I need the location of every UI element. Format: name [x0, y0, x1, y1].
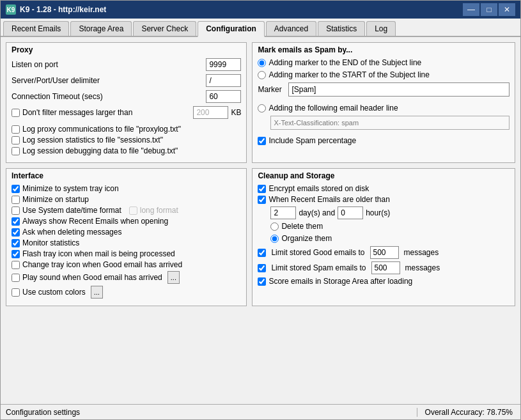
cb5-label: Ask when deleting messages — [22, 228, 121, 237]
cb10-checkbox[interactable] — [12, 288, 20, 297]
log1-label: Log proxy communications to file "proxyl… — [22, 125, 181, 134]
limit-good-checkbox[interactable] — [258, 249, 266, 257]
cb8-checkbox[interactable] — [12, 261, 20, 269]
organize-radio[interactable] — [270, 235, 279, 243]
radio1-input[interactable] — [258, 59, 266, 67]
organize-radio-row: Organize them — [270, 234, 509, 243]
limit-good-input[interactable] — [370, 246, 399, 259]
include-spam-pct-label: Include Spam percentage — [268, 136, 356, 145]
limit-spam-checkbox[interactable] — [258, 264, 266, 272]
title-bar-left: K9 K9 - 1.28 - http://keir.net — [6, 4, 106, 15]
filter-input[interactable] — [193, 106, 228, 119]
header-input[interactable] — [270, 116, 509, 130]
cb4-label: Always show Recent Emails when opening — [22, 217, 168, 226]
radio1-row: Adding marker to the END of the Subject … — [258, 58, 509, 67]
delete-radio[interactable] — [270, 222, 279, 231]
interface-panel: Interface Minimize to system tray icon M… — [6, 168, 247, 306]
radio3-input[interactable] — [258, 104, 266, 113]
hours-label: hour(s) — [366, 208, 390, 217]
cb7-label: Flash tray icon when mail is being proce… — [22, 249, 175, 258]
cb10-label: Use custom colors — [22, 288, 86, 297]
tab-configuration[interactable]: Configuration — [198, 21, 265, 37]
log1-checkbox[interactable] — [12, 125, 20, 134]
cb3-extra-label: long format — [140, 206, 178, 215]
cb2-checkbox[interactable] — [12, 196, 20, 204]
log2-checkbox[interactable] — [12, 136, 20, 144]
recent-older-checkbox[interactable] — [258, 196, 266, 204]
delimiter-input[interactable] — [206, 74, 241, 87]
filter-checkbox[interactable] — [12, 109, 20, 117]
cb3-long-format-checkbox[interactable] — [129, 206, 137, 215]
radio3-label: Adding the following email header line — [268, 104, 398, 113]
proxy-title: Proxy — [6, 43, 246, 56]
cleanup-panel: Cleanup and Storage Encrypt emails store… — [252, 168, 515, 306]
status-left: Configuration settings — [1, 408, 417, 417]
limit-spam-label: Limit stored Spam emails to — [271, 263, 366, 272]
mark-spam-panel: Mark emails as Spam by... Adding marker … — [252, 42, 515, 163]
proxy-panel: Proxy Listen on port Server/Port/User de… — [6, 42, 247, 163]
cb6-checkbox[interactable] — [12, 239, 20, 247]
log3-checkbox[interactable] — [12, 147, 20, 155]
timeout-label: Connection Timeout (secs) — [12, 92, 206, 101]
marker-input[interactable] — [288, 82, 509, 97]
cb4-checkbox[interactable] — [12, 217, 20, 226]
cb1-checkbox[interactable] — [12, 185, 20, 193]
listen-port-label: Listen on port — [12, 60, 206, 69]
cb4-row: Always show Recent Emails when opening — [12, 217, 241, 226]
cb7-checkbox[interactable] — [12, 250, 20, 258]
limit-spam-row: Limit stored Spam emails to messages — [258, 261, 509, 274]
limit-spam-input[interactable] — [371, 261, 400, 274]
cb10-button[interactable]: ... — [91, 286, 103, 299]
window-title: K9 - 1.28 - http://keir.net — [20, 5, 106, 14]
cb6-label: Monitor statistics — [22, 238, 79, 247]
filter-row: Don't filter messages larger than KB — [12, 106, 241, 119]
cb3-checkbox[interactable] — [12, 206, 20, 215]
score-checkbox[interactable] — [258, 277, 266, 286]
log2-row: Log session statistics to file "sessions… — [12, 136, 241, 144]
tab-storage-area[interactable]: Storage Area — [70, 21, 132, 36]
encrypt-checkbox[interactable] — [258, 185, 266, 193]
cb6-row: Monitor statistics — [12, 238, 241, 247]
cb1-row: Minimize to system tray icon — [12, 184, 241, 193]
cb9-checkbox[interactable] — [12, 274, 20, 282]
recent-older-label: When Recent Emails are older than — [268, 195, 389, 204]
interface-content: Minimize to system tray icon Minimize on… — [6, 182, 246, 306]
tab-recent-emails[interactable]: Recent Emails — [3, 21, 69, 36]
days-input[interactable] — [270, 206, 296, 219]
close-button[interactable]: ✕ — [499, 3, 515, 16]
include-spam-pct-checkbox[interactable] — [258, 137, 266, 145]
cb5-checkbox[interactable] — [12, 228, 20, 237]
timeout-input[interactable] — [206, 90, 241, 103]
cb9-label: Play sound when Good email has arrived — [22, 273, 162, 282]
include-spam-pct-row: Include Spam percentage — [258, 136, 509, 145]
tab-advanced[interactable]: Advanced — [266, 21, 316, 36]
minimize-button[interactable]: — — [463, 3, 479, 16]
limit-good-label: Limit stored Good emails to — [271, 248, 364, 257]
radio3-row: Adding the following email header line — [258, 104, 509, 113]
delete-radio-row: Delete them — [270, 222, 509, 231]
radio2-row: Adding marker to the START of the Subjec… — [258, 70, 509, 79]
cb9-button[interactable]: ... — [167, 271, 180, 284]
cb3-label: Use System date/time format — [22, 206, 121, 215]
header-input-row — [270, 116, 509, 132]
cb7-row: Flash tray icon when mail is being proce… — [12, 249, 241, 258]
marker-row: Marker — [258, 82, 509, 97]
tab-server-check[interactable]: Server Check — [133, 21, 196, 36]
day-hour-row: day(s) and hour(s) — [270, 206, 509, 219]
filter-unit: KB — [231, 108, 241, 117]
cb8-label: Change tray icon when Good email has arr… — [22, 260, 182, 269]
limit-spam-unit: messages — [405, 263, 440, 272]
tab-bar: Recent Emails Storage Area Server Check … — [1, 19, 520, 37]
limit-good-row: Limit stored Good emails to messages — [258, 246, 509, 259]
status-bar: Configuration settings Overall Accuracy:… — [1, 404, 520, 419]
cb1-label: Minimize to system tray icon — [22, 184, 119, 193]
tab-statistics[interactable]: Statistics — [318, 21, 365, 36]
tab-log[interactable]: Log — [366, 21, 396, 36]
hours-input[interactable] — [338, 206, 363, 219]
maximize-button[interactable]: □ — [481, 3, 497, 16]
listen-port-row: Listen on port — [12, 58, 241, 71]
radio2-label: Adding marker to the START of the Subjec… — [268, 70, 429, 79]
radio2-input[interactable] — [258, 71, 266, 79]
cb8-row: Change tray icon when Good email has arr… — [12, 260, 241, 269]
listen-port-input[interactable] — [206, 58, 241, 71]
